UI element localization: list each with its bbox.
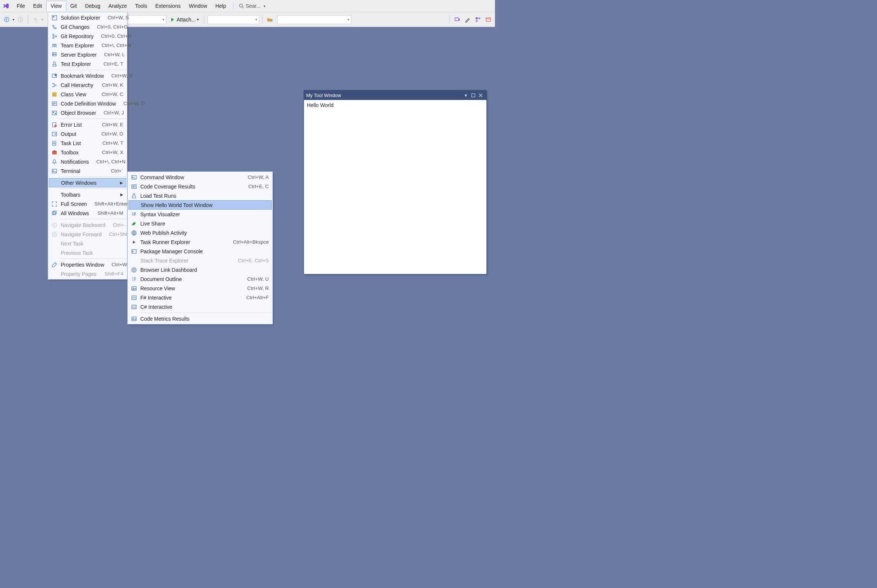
svg-rect-52 — [132, 250, 136, 253]
svg-point-23 — [53, 55, 54, 56]
resource-view-icon — [130, 285, 138, 292]
menu-item-class-view[interactable]: CClass ViewCtrl+W, C — [48, 90, 127, 99]
menu-help[interactable]: Help — [211, 1, 230, 12]
menu-item-label: Call Hierarchy — [61, 82, 102, 88]
menu-item-command-window[interactable]: Command WindowCtrl+W, A — [128, 172, 273, 182]
svg-point-55 — [133, 287, 134, 288]
menu-item-shortcut: Ctrl+W, J — [103, 110, 124, 116]
menu-item-resource-view[interactable]: Resource ViewCtrl+W, R — [128, 284, 273, 293]
menu-item-f-interactive[interactable]: F#F# InteractiveCtrl+Alt+F — [128, 293, 273, 302]
menu-item-task-list[interactable]: Task ListCtrl+W, T — [48, 138, 127, 148]
menu-item-web-publish-activity[interactable]: Web Publish Activity — [128, 228, 273, 237]
menu-item-browser-link-dashboard[interactable]: Browser Link Dashboard — [128, 265, 273, 274]
svg-text:F#: F# — [132, 297, 135, 299]
menu-edit[interactable]: Edit — [29, 1, 46, 12]
menu-item-label: Code Metrics Results — [140, 316, 269, 322]
menu-item-error-list[interactable]: !Error ListCtrl+W, E — [48, 120, 127, 129]
window-layout-icon[interactable] — [484, 15, 493, 24]
menu-item-shortcut: Ctrl+W, L — [104, 52, 125, 57]
menu-item-task-runner-explorer[interactable]: Task Runner ExplorerCtrl+Alt+Bkspce — [128, 237, 273, 247]
folder-icon[interactable] — [265, 15, 274, 24]
menu-item-label: Team Explorer — [61, 43, 102, 48]
menu-analyze[interactable]: Analyze — [104, 1, 131, 12]
menu-item-toolbox[interactable]: ToolboxCtrl+W, X — [48, 148, 127, 157]
test-explorer-icon — [50, 60, 58, 68]
maximize-icon[interactable] — [469, 92, 477, 99]
live-share-icon[interactable] — [453, 15, 462, 24]
debug-target-combo[interactable]: ▾ — [207, 15, 259, 24]
menu-item-label: Solution Explorer — [61, 15, 108, 21]
git-repository-icon — [50, 33, 58, 40]
menu-item-label: All Windows — [61, 210, 97, 216]
window-position-icon[interactable]: ▾ — [462, 92, 469, 99]
menu-item-other-windows[interactable]: Other Windows▶ — [49, 178, 126, 188]
menu-item-code-metrics-results[interactable]: Code Metrics Results — [128, 314, 273, 323]
menu-item-shortcut: Ctrl+W, U — [247, 276, 269, 282]
menu-item-full-screen[interactable]: Full ScreenShift+Alt+Enter — [48, 199, 127, 208]
menu-item-git-repository[interactable]: Git RepositoryCtrl+0, Ctrl+R — [48, 32, 127, 41]
nav-forward-button[interactable] — [16, 15, 25, 24]
menu-item-bookmark-window[interactable]: Bookmark WindowCtrl+W, B — [48, 71, 127, 80]
search-box[interactable]: Sear... ▾ — [237, 3, 268, 9]
menu-item-code-coverage-results[interactable]: Code Coverage ResultsCtrl+E, C — [128, 182, 273, 191]
menu-view[interactable]: View — [46, 1, 66, 12]
menu-item-shortcut: Ctrl+Alt+F — [246, 295, 269, 300]
menu-file[interactable]: File — [13, 1, 29, 12]
settings-icon[interactable] — [463, 15, 472, 24]
menu-item-shortcut: Ctrl+W, A — [248, 174, 269, 180]
server-explorer-icon — [50, 51, 58, 58]
menu-item-shortcut: Ctrl+W, C — [102, 92, 123, 97]
load-test-icon — [130, 192, 138, 200]
menu-item-label: Terminal — [61, 168, 111, 174]
menu-item-label: Stack Trace Explorer — [140, 258, 238, 264]
menu-item-syntax-visualizer[interactable]: Syntax Visualizer — [128, 210, 273, 219]
menu-item-code-definition-window[interactable]: Code Definition WindowCtrl+W, D — [48, 99, 127, 108]
menu-item-live-share[interactable]: Live Share — [128, 219, 273, 228]
menu-debug[interactable]: Debug — [81, 1, 104, 12]
menu-item-test-explorer[interactable]: Test ExplorerCtrl+E, T — [48, 59, 127, 69]
find-combo[interactable]: ▾ — [277, 15, 351, 24]
attach-button[interactable]: Attach... ▾ — [168, 16, 201, 22]
svg-rect-40 — [52, 151, 57, 152]
menu-item-team-explorer[interactable]: Team ExplorerCtrl+\, Ctrl+M — [48, 41, 127, 50]
menu-item-package-manager-console[interactable]: Package Manager Console — [128, 247, 273, 256]
search-placeholder: Sear... — [246, 3, 261, 9]
menu-item-solution-explorer[interactable]: Solution ExplorerCtrl+W, S — [48, 13, 127, 22]
menu-item-show-hello-world-tool-window[interactable]: Show Hello World Tool Window — [129, 200, 272, 210]
menu-item-git-changes[interactable]: Git ChangesCtrl+0, Ctrl+G — [48, 22, 127, 32]
menu-item-properties-window[interactable]: Properties WindowCtrl+W, P — [48, 260, 127, 269]
undo-button[interactable] — [31, 15, 40, 24]
menu-item-notifications[interactable]: NotificationsCtrl+\, Ctrl+N — [48, 157, 127, 166]
menu-item-terminal[interactable]: TerminalCtrl+` — [48, 166, 127, 176]
menu-item-label: Object Browser — [61, 110, 103, 116]
menu-item-next-task: Next Task — [48, 239, 127, 248]
chevron-down-icon[interactable]: ▾ — [42, 18, 43, 21]
menu-git[interactable]: Git — [66, 1, 81, 12]
menu-window[interactable]: Window — [185, 1, 211, 12]
svg-text:C#: C# — [132, 306, 136, 309]
menu-item-document-outline[interactable]: Document OutlineCtrl+W, U — [128, 274, 273, 284]
menu-item-toolbars[interactable]: Toolbars▶ — [48, 190, 127, 199]
menu-item-all-windows[interactable]: All WindowsShift+Alt+M — [48, 208, 127, 218]
tool-window-titlebar[interactable]: My Tool Window ▾ — [304, 90, 486, 100]
menu-item-label: F# Interactive — [140, 295, 246, 301]
menu-tools[interactable]: Tools — [131, 1, 151, 12]
package-manager-icon — [130, 248, 138, 255]
menu-extensions[interactable]: Extensions — [151, 1, 184, 12]
extensions-icon[interactable] — [474, 15, 482, 24]
menu-item-server-explorer[interactable]: Server ExplorerCtrl+W, L — [48, 50, 127, 59]
svg-point-0 — [239, 4, 242, 7]
nav-back-button[interactable] — [2, 15, 11, 24]
menu-item-call-hierarchy[interactable]: Call HierarchyCtrl+W, K — [48, 80, 127, 90]
menu-item-object-browser[interactable]: Object BrowserCtrl+W, J — [48, 108, 127, 117]
menu-item-label: Live Share — [140, 220, 269, 226]
menu-item-c-interactive[interactable]: C#C# Interactive — [128, 302, 273, 311]
fullscreen-icon — [50, 200, 58, 208]
menu-item-shortcut: Ctrl+W, B — [111, 73, 132, 78]
menu-item-load-test-runs[interactable]: Load Test Runs — [128, 191, 273, 200]
close-icon[interactable] — [477, 92, 484, 99]
menu-item-label: Git Repository — [61, 33, 101, 39]
menu-item-output[interactable]: OutputCtrl+W, O — [48, 129, 127, 138]
menu-item-label: Test Explorer — [61, 61, 103, 67]
chevron-down-icon[interactable]: ▾ — [13, 18, 15, 21]
